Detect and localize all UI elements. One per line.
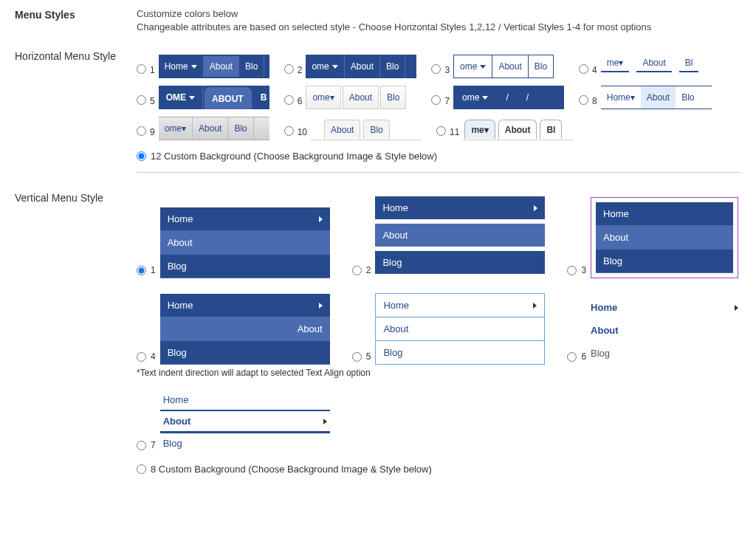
vertical-radio-4[interactable] [137,352,146,362]
chevron-right-icon [319,303,323,309]
preview-item-about: About [641,86,676,109]
horizontal-radio-4[interactable] [579,64,588,74]
preview-item-blog: Blo [228,117,253,140]
horizontal-option-1: 1 Home About Blo [137,55,269,78]
vertical-preview-4: Home About Blog [160,294,330,365]
horizontal-preview-4: me ▾ About Bl [601,55,712,78]
option-number: 4 [592,65,597,75]
preview-item-divider: / [497,86,517,109]
horizontal-radio-12[interactable] [137,151,146,161]
horizontal-radio-11[interactable] [436,126,446,136]
horizontal-preview-1: Home About Blo [159,55,269,78]
preview-item-about: About [160,317,330,341]
vertical-option-6: 6 Home About Blog [567,293,738,365]
preview-item-blog: Blo [380,55,405,78]
option-number: 5 [150,96,155,106]
preview-item-about: ABOUT [205,87,252,109]
preview-item-blog: Blog [591,342,738,365]
horizontal-option-7: 7 ome / / [431,86,564,109]
option-number: 11 [450,127,459,137]
horizontal-radio-2[interactable] [284,64,294,74]
horizontal-preview-9: ome ▾ About Blo [159,117,269,140]
preview-item-about: About [636,55,671,72]
divider [137,172,741,173]
preview-item-home: Home [375,196,545,219]
horizontal-option-6: 6 ome ▾ About Blo [284,86,417,109]
horizontal-style-label: Horizontal Menu Style [15,47,137,62]
preview-item-blog: Blo [363,120,389,139]
vertical-style-grid: 1 Home About Blog 2 Home About Blog [137,196,741,365]
chevron-down-icon [332,65,338,69]
horizontal-option-2: 2 ome About Blo [284,55,417,78]
preview-item-home: Home [596,202,733,226]
chevron-down-icon [191,65,197,69]
preview-item-about: About [160,231,330,255]
option-number: 6 [298,96,303,106]
horizontal-radio-1[interactable] [137,64,146,74]
preview-item-blog: Blog [160,433,330,453]
vertical-preview-7: Home About Blog [160,390,330,453]
option-number: 1 [151,265,156,275]
vertical-radio-8[interactable] [137,464,146,474]
vertical-option-8: 8 Custom Background (Choose Background I… [137,464,741,475]
description-line-2: Changeable attributes are based on selec… [137,21,741,34]
vertical-preview-1: Home About Blog [160,207,330,278]
vertical-radio-6[interactable] [567,352,577,362]
horizontal-radio-6[interactable] [284,95,294,105]
preview-item-blog: Blog [375,251,545,274]
vertical-radio-3[interactable] [567,266,577,275]
vertical-option-7: 7 Home About Blog [137,390,330,453]
option-number: 10 [298,127,307,137]
preview-item-about: About [498,120,537,139]
preview-item-blog: Bl [679,55,699,72]
vertical-option-2: 2 Home About Blog [352,196,546,278]
vertical-preview-6: Home About Blog [591,296,738,365]
chevron-down-icon [189,96,195,100]
preview-item-about: About [193,117,228,140]
option-number: 2 [366,265,371,275]
preview-item-home: Home [591,296,738,319]
option-number: 3 [444,65,450,75]
horizontal-option-5: 5 OME ABOUT B [137,86,269,109]
preview-item-home: Home [160,294,330,317]
preview-item-about: About [324,120,360,139]
option-number: 1 [150,65,155,75]
preview-item-blog: Blog [596,250,733,273]
horizontal-preview-11: me ▾ About Bl [463,117,574,140]
preview-item-home: ome ▾ [306,86,340,109]
horizontal-radio-10[interactable] [284,126,294,136]
preview-item-home: ome [453,55,492,78]
preview-item-blog: Blog [160,255,330,278]
preview-item-home: ome ▾ [159,117,193,140]
horizontal-preview-3: ome About Blo [453,55,564,78]
horizontal-custom-label: 12 Custom Background (Choose Background … [151,151,437,162]
vertical-option-5: 5 Home About Blog [352,293,546,365]
vertical-option-4: 4 Home About Blog [137,293,330,365]
vertical-custom-label: 8 Custom Background (Choose Background I… [151,464,432,475]
horizontal-option-10: 10 About Blo [284,117,422,140]
preview-item-home: ome [453,86,497,109]
horizontal-option-9: 9 ome ▾ About Blo [137,117,269,140]
vertical-radio-5[interactable] [352,352,362,362]
preview-item-blog: B [253,86,269,109]
horizontal-radio-8[interactable] [579,95,588,105]
horizontal-radio-9[interactable] [137,126,146,136]
horizontal-radio-7[interactable] [431,95,441,105]
chevron-right-icon [735,305,738,311]
chevron-right-icon [323,419,327,424]
horizontal-radio-3[interactable] [431,64,441,74]
preview-item-blog: Blo [528,55,554,78]
horizontal-preview-6: ome ▾ About Blo [306,86,416,109]
preview-item-blog: Blo [380,86,406,109]
chevron-down-icon [480,65,486,69]
option-number: 8 [592,96,597,106]
preview-item-about: About [591,319,738,342]
preview-item-about: About [376,317,544,341]
preview-item-about: About [596,226,733,250]
vertical-radio-7[interactable] [137,441,146,450]
vertical-radio-2[interactable] [352,266,362,275]
vertical-radio-1[interactable] [137,266,146,275]
preview-item-blog: Blog [376,341,544,364]
horizontal-radio-5[interactable] [137,95,146,105]
preview-item-home: OME [159,86,203,109]
